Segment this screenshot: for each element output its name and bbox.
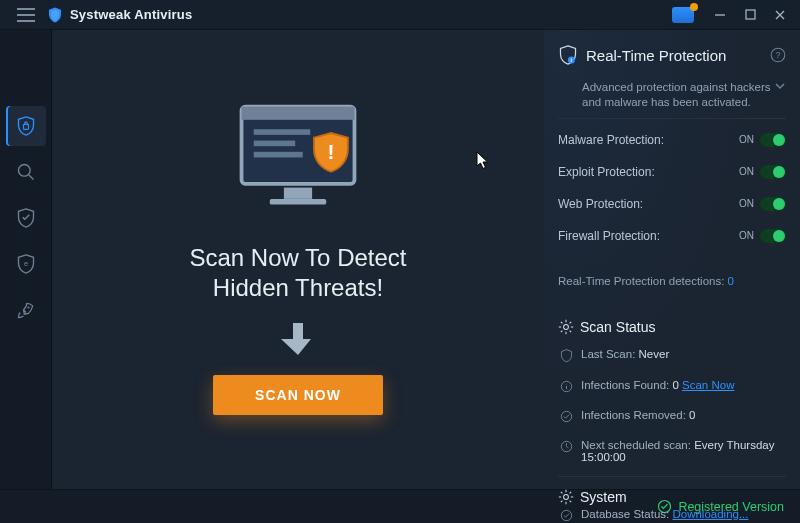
toggle-label: Firewall Protection:: [558, 229, 660, 243]
toggle-exploit: Exploit Protection: ON: [558, 161, 786, 183]
close-button[interactable]: [766, 5, 794, 25]
main: ! Scan Now To Detect Hidden Threats! SCA…: [52, 30, 800, 489]
toggle-web: Web Protection: ON: [558, 193, 786, 215]
svg-rect-1: [23, 124, 28, 129]
svg-rect-0: [746, 10, 755, 19]
shield-e-icon: e: [16, 253, 36, 275]
minimize-button[interactable]: [706, 5, 734, 25]
rtp-title: Real-Time Protection: [586, 47, 726, 64]
sidebar-item-protection[interactable]: [6, 198, 46, 238]
check-small-icon: [560, 509, 573, 522]
question-icon: ?: [770, 47, 786, 63]
toggle-state: ON: [739, 198, 754, 209]
shield-lock-icon: [16, 115, 36, 137]
monitor-illustration: !: [218, 105, 378, 225]
toggle-label: Malware Protection:: [558, 133, 664, 147]
db-status-label: Database Status:: [581, 508, 669, 520]
svg-text:e: e: [23, 260, 27, 269]
svg-rect-6: [242, 106, 355, 119]
detections-label: Real-Time Protection detections:: [558, 275, 724, 287]
shield-small-icon: [560, 349, 573, 363]
help-button[interactable]: ?: [770, 47, 786, 63]
toggle-label: Exploit Protection:: [558, 165, 655, 179]
toggle-firewall: Firewall Protection: ON: [558, 225, 786, 247]
check-small-icon: [560, 410, 573, 423]
infections-found-row: Infections Found: 0 Scan Now: [558, 376, 786, 396]
detections-count: 0: [728, 275, 734, 287]
center-pane: ! Scan Now To Detect Hidden Threats! SCA…: [52, 30, 544, 489]
switch-firewall[interactable]: [760, 229, 786, 243]
sidebar-item-quarantine[interactable]: e: [6, 244, 46, 284]
svg-text:!: !: [327, 140, 334, 163]
svg-rect-8: [254, 140, 295, 146]
hamburger-icon: [17, 8, 35, 22]
db-status-row: Database Status: Downloading...: [558, 505, 786, 523]
maximize-button[interactable]: [736, 5, 764, 25]
shield-info-icon: i: [558, 44, 578, 66]
svg-point-4: [27, 306, 29, 308]
svg-rect-10: [284, 187, 312, 198]
toggle-malware: Malware Protection: ON: [558, 129, 786, 151]
notice-text: Advanced protection against hackers and …: [582, 81, 771, 108]
rtp-detections: Real-Time Protection detections: 0: [558, 271, 786, 291]
infections-found-label: Infections Found:: [581, 379, 669, 391]
titlebar: Systweak Antivirus: [0, 0, 800, 30]
right-panel: i Real-Time Protection ? Advanced protec…: [544, 30, 800, 489]
svg-rect-9: [254, 151, 303, 157]
next-scan-label: Next scheduled scan:: [581, 439, 691, 451]
db-status-value[interactable]: Downloading...: [672, 508, 748, 520]
gear-icon: [558, 489, 574, 505]
app-logo-icon: [46, 6, 64, 24]
info-small-icon: [560, 380, 573, 393]
scan-status-title: Scan Status: [580, 319, 656, 335]
system-title: System: [580, 489, 627, 505]
shield-check-icon: [16, 207, 36, 229]
switch-malware[interactable]: [760, 133, 786, 147]
sidebar-item-scan[interactable]: [6, 152, 46, 192]
svg-rect-11: [270, 198, 326, 204]
switch-web[interactable]: [760, 197, 786, 211]
toggle-label: Web Protection:: [558, 197, 643, 211]
rtp-header: i Real-Time Protection ?: [558, 44, 786, 66]
svg-text:?: ?: [776, 50, 781, 60]
infections-removed-value: 0: [689, 409, 695, 421]
menu-button[interactable]: [6, 8, 46, 22]
sidebar: e: [0, 30, 52, 489]
clock-small-icon: [560, 440, 573, 453]
sidebar-item-home[interactable]: [6, 106, 46, 146]
svg-point-21: [564, 494, 569, 499]
rocket-icon: [16, 300, 36, 320]
headline: Scan Now To Detect Hidden Threats!: [168, 243, 428, 303]
svg-point-17: [564, 324, 569, 329]
credit-card-icon[interactable]: [672, 7, 694, 23]
svg-point-2: [18, 165, 30, 177]
infections-removed-label: Infections Removed:: [581, 409, 686, 421]
svg-rect-7: [254, 129, 310, 135]
toggle-state: ON: [739, 134, 754, 145]
scan-now-link[interactable]: Scan Now: [682, 379, 734, 391]
last-scan-label: Last Scan:: [581, 348, 635, 360]
last-scan-row: Last Scan: Never: [558, 345, 786, 366]
next-scan-row: Next scheduled scan: Every Thursday 15:0…: [558, 436, 786, 466]
last-scan-value: Never: [639, 348, 670, 360]
infections-found-value: 0: [672, 379, 678, 391]
app-title: Systweak Antivirus: [70, 7, 192, 22]
toggle-state: ON: [739, 166, 754, 177]
infections-removed-row: Infections Removed: 0: [558, 406, 786, 426]
scan-status-header: Scan Status: [558, 319, 786, 335]
sidebar-item-boost[interactable]: [6, 290, 46, 330]
toggle-state: ON: [739, 230, 754, 241]
arrow-down-icon: [281, 321, 315, 357]
gear-icon: [558, 319, 574, 335]
chevron-down-icon: [774, 80, 786, 92]
search-icon: [16, 162, 36, 182]
app-body: e !: [0, 30, 800, 489]
scan-now-button[interactable]: SCAN NOW: [213, 375, 383, 415]
activation-notice[interactable]: Advanced protection against hackers and …: [558, 76, 786, 119]
window-controls: [672, 5, 794, 25]
switch-exploit[interactable]: [760, 165, 786, 179]
